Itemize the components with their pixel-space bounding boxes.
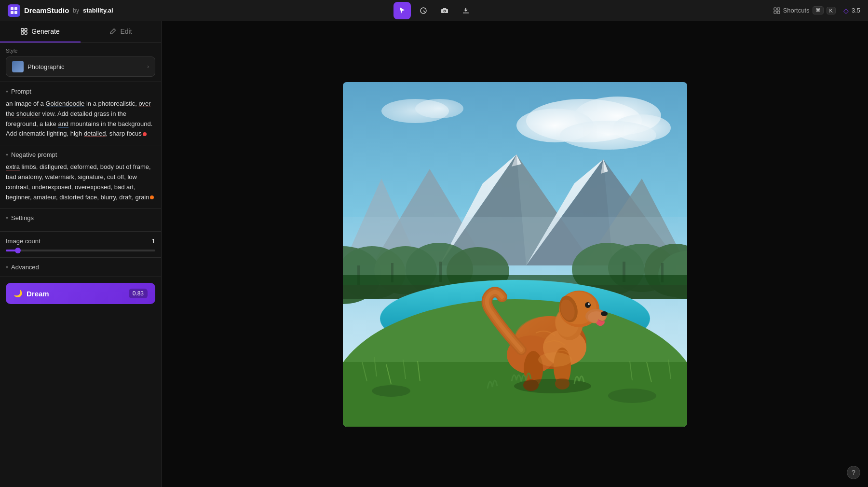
generated-image bbox=[343, 82, 687, 427]
svg-rect-3 bbox=[14, 11, 17, 14]
advanced-section: ▾ Advanced bbox=[0, 258, 161, 277]
chevron-down-icon: ▾ bbox=[6, 89, 8, 94]
svg-point-88 bbox=[538, 352, 572, 367]
lasso-tool-button[interactable] bbox=[415, 2, 432, 19]
camera-tool-button[interactable] bbox=[436, 2, 453, 19]
prompt-and: and bbox=[58, 120, 68, 127]
svg-rect-14 bbox=[25, 32, 27, 34]
company-name: stability.ai bbox=[83, 7, 113, 14]
tab-edit-label: Edit bbox=[120, 28, 132, 35]
shortcuts-label: Shortcuts bbox=[783, 7, 810, 14]
app-name: DreamStudio bbox=[24, 6, 69, 14]
dream-label: Dream bbox=[27, 290, 49, 298]
dream-btn-left: 🌙 Dream bbox=[14, 289, 49, 298]
app-logo bbox=[8, 4, 20, 17]
image-count-label: Image count bbox=[6, 237, 41, 245]
svg-rect-8 bbox=[777, 8, 780, 10]
settings-chevron-icon: ▾ bbox=[6, 215, 8, 221]
svg-point-81 bbox=[601, 311, 608, 316]
prompt-goldendoodle: Goldendoodle bbox=[45, 100, 84, 107]
style-label: Style bbox=[6, 48, 155, 54]
shortcut-cmd: ⌘ bbox=[813, 6, 824, 14]
svg-point-5 bbox=[444, 10, 446, 12]
style-selector-left: Photographic bbox=[12, 61, 65, 72]
prompt-indicator bbox=[143, 132, 147, 136]
advanced-chevron-icon: ▾ bbox=[6, 264, 8, 270]
svg-rect-10 bbox=[777, 11, 780, 14]
style-thumbnail bbox=[12, 61, 24, 72]
advanced-header[interactable]: ▾ Advanced bbox=[6, 264, 155, 271]
svg-rect-6 bbox=[463, 13, 469, 14]
main-layout: Generate Edit Style Photographic › bbox=[0, 21, 868, 487]
tab-edit[interactable]: Edit bbox=[81, 21, 161, 42]
neg-extra: extra bbox=[6, 163, 20, 170]
credits-value: 3.5 bbox=[852, 7, 860, 14]
negative-prompt-header[interactable]: ▾ Negative prompt bbox=[6, 151, 155, 158]
credits-icon: ◇ bbox=[843, 7, 849, 14]
svg-point-83 bbox=[588, 303, 590, 305]
svg-rect-7 bbox=[774, 8, 776, 10]
settings-label: Settings bbox=[11, 214, 34, 222]
style-selected: Photographic bbox=[27, 63, 65, 70]
settings-header[interactable]: ▾ Settings bbox=[6, 214, 155, 222]
tool-bar bbox=[393, 2, 475, 19]
svg-rect-90 bbox=[343, 217, 687, 275]
dream-cost: 0.83 bbox=[129, 289, 148, 298]
prompt-section: ▾ Prompt an image of a Goldendoodle in a… bbox=[0, 82, 161, 145]
svg-point-20 bbox=[560, 121, 656, 150]
svg-rect-11 bbox=[21, 28, 24, 31]
neg-chevron-down-icon: ▾ bbox=[6, 152, 8, 157]
topbar-right: Shortcuts ⌘ K ◇ 3.5 bbox=[773, 6, 860, 14]
negative-prompt-label: Negative prompt bbox=[11, 151, 57, 158]
svg-rect-1 bbox=[14, 7, 17, 10]
chevron-right-icon: › bbox=[147, 63, 149, 70]
style-section: Style Photographic › bbox=[0, 43, 161, 82]
topbar: DreamStudio by stability.ai bbox=[0, 0, 868, 21]
neg-prompt-indicator bbox=[150, 195, 154, 199]
scene-svg bbox=[343, 82, 687, 427]
image-count-slider[interactable] bbox=[6, 250, 155, 251]
negative-prompt-section: ▾ Negative prompt extra limbs, disfigure… bbox=[0, 145, 161, 209]
svg-point-67 bbox=[372, 385, 410, 397]
tab-generate[interactable]: Generate bbox=[0, 21, 81, 42]
svg-rect-13 bbox=[21, 32, 24, 34]
download-button[interactable] bbox=[457, 2, 475, 19]
shortcuts-button[interactable]: Shortcuts ⌘ K bbox=[773, 6, 836, 14]
tab-bar: Generate Edit bbox=[0, 21, 161, 43]
image-count-value: 1 bbox=[152, 237, 155, 245]
help-label: ? bbox=[852, 469, 855, 476]
help-button[interactable]: ? bbox=[847, 466, 860, 479]
settings-section: ▾ Settings bbox=[0, 209, 161, 232]
negative-prompt-content[interactable]: extra limbs, disfigured, deformed, body … bbox=[6, 162, 155, 202]
svg-point-22 bbox=[415, 99, 463, 118]
cursor-tool-button[interactable] bbox=[393, 2, 411, 19]
credits-display: ◇ 3.5 bbox=[843, 7, 860, 14]
svg-rect-0 bbox=[11, 7, 14, 10]
prompt-content[interactable]: an image of a Goldendoodle in a photorea… bbox=[6, 99, 155, 139]
dream-button[interactable]: 🌙 Dream 0.83 bbox=[6, 283, 155, 304]
tab-generate-label: Generate bbox=[31, 28, 59, 35]
svg-rect-12 bbox=[25, 28, 27, 31]
by-text: by bbox=[73, 7, 79, 14]
advanced-label: Advanced bbox=[11, 264, 39, 271]
style-selector[interactable]: Photographic › bbox=[6, 56, 155, 77]
svg-rect-9 bbox=[774, 11, 776, 14]
image-count-header: Image count 1 bbox=[6, 237, 155, 245]
prompt-header[interactable]: ▾ Prompt bbox=[6, 88, 155, 95]
image-count-section: Image count 1 bbox=[0, 232, 161, 258]
svg-point-82 bbox=[585, 302, 591, 308]
sidebar: Generate Edit Style Photographic › bbox=[0, 21, 162, 487]
shortcut-k: K bbox=[827, 7, 836, 14]
dream-icon: 🌙 bbox=[14, 289, 23, 298]
slider-thumb bbox=[15, 248, 21, 253]
prompt-label: Prompt bbox=[11, 88, 31, 95]
svg-point-68 bbox=[608, 389, 656, 403]
svg-rect-2 bbox=[11, 11, 14, 14]
logo-area: DreamStudio by stability.ai bbox=[8, 4, 113, 17]
canvas-area: ? bbox=[162, 21, 868, 487]
prompt-detailed: detailed bbox=[84, 130, 106, 137]
